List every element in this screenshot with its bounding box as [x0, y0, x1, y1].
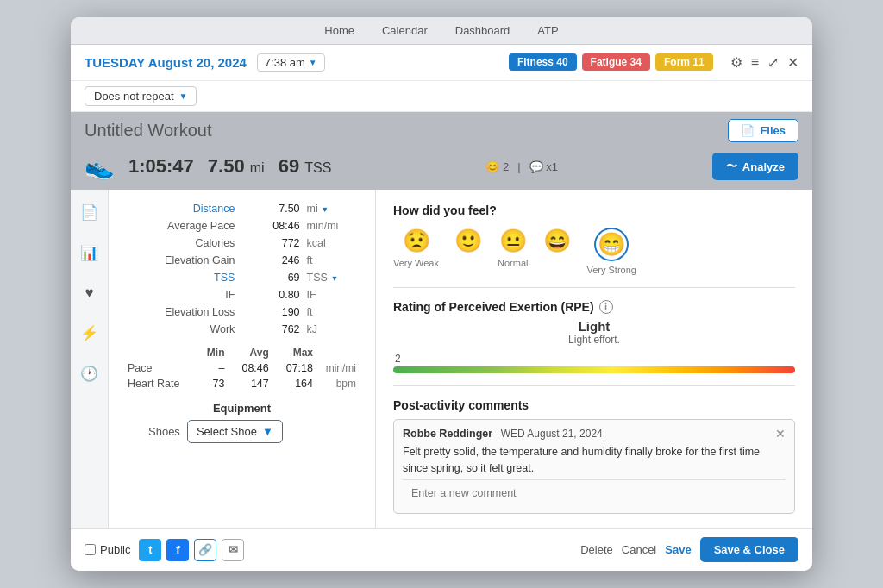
settings-icon[interactable]: ⚙ — [730, 54, 742, 71]
sidebar-clock-icon[interactable]: 🕐 — [77, 361, 102, 386]
sidebar-chart-icon[interactable]: 📊 — [77, 241, 102, 266]
nav-dashboard[interactable]: Dashboard — [455, 24, 510, 37]
stats-bar: 👟 1:05:47 7.50 mi 69 TSS 😊 2 | 💬 x1 〜 An… — [71, 147, 812, 190]
shoe-select-dropdown[interactable]: Select Shoe ▼ — [187, 420, 283, 443]
files-label: Files — [760, 124, 786, 137]
mam-row-label: Heart Rate — [122, 376, 197, 391]
divider-2 — [393, 385, 795, 386]
save-button[interactable]: Save — [665, 543, 691, 556]
workout-title-input[interactable] — [85, 121, 513, 141]
badges-row: Fitness 40 Fatigue 34 Form 11 — [509, 53, 713, 71]
mam-max: 164 — [274, 376, 318, 391]
repeat-label: Does not repeat — [94, 90, 174, 103]
sidebar: 📄 📊 ♥ ⚡ 🕐 — [71, 190, 109, 529]
nav-home[interactable]: Home — [324, 24, 354, 37]
expand-icon[interactable]: ⤢ — [767, 54, 779, 71]
time-value: 7:38 am — [265, 56, 305, 69]
workout-title-bar: 📄 Files — [71, 112, 812, 147]
time-picker[interactable]: 7:38 am ▼ — [257, 53, 325, 72]
sidebar-heart-icon[interactable]: ♥ — [81, 281, 97, 305]
metric-unit: mi ▼ — [304, 200, 361, 217]
time-arrow-icon: ▼ — [309, 58, 317, 67]
comment-author-row: Robbe Reddinger WED August 21, 2024 — [403, 428, 603, 440]
feel-emoji: 😁 — [594, 228, 629, 261]
rpe-level: Light — [393, 319, 795, 334]
stats-left: 👟 1:05:47 7.50 mi 69 TSS — [85, 153, 331, 181]
files-icon: 📄 — [741, 124, 755, 137]
analyze-button[interactable]: 〜 Analyze — [712, 153, 798, 180]
comment-box: Robbe Reddinger WED August 21, 2024 ✕ Fe… — [393, 419, 795, 515]
files-button[interactable]: 📄 Files — [728, 119, 798, 142]
header-row: TUESDAY August 20, 2024 7:38 am ▼ Fitnes… — [71, 45, 812, 81]
feel-item[interactable]: 🙂 — [454, 228, 482, 254]
metric-value: 69 — [238, 269, 303, 286]
metric-label: Distance — [122, 200, 238, 217]
equipment-title: Equipment — [122, 402, 361, 415]
nav-atp[interactable]: ATP — [537, 24, 558, 37]
feel-item[interactable]: 😟 Very Weak — [393, 228, 439, 268]
feel-item[interactable]: 😐 Normal — [498, 228, 528, 268]
metric-value: 762 — [238, 321, 303, 338]
repeat-dropdown[interactable]: Does not repeat ▼ — [85, 86, 197, 106]
repeat-arrow-icon: ▼ — [179, 91, 188, 101]
rpe-scale: 2 — [393, 353, 795, 373]
equipment-section: Equipment Shoes Select Shoe ▼ — [122, 402, 361, 443]
twitter-share-button[interactable]: t — [139, 539, 161, 561]
comment-close-icon[interactable]: ✕ — [775, 427, 786, 441]
fatigue-badge[interactable]: Fatigue 34 — [582, 53, 650, 71]
email-share-button[interactable]: ✉ — [222, 539, 244, 561]
metric-value: 0.80 — [238, 286, 303, 303]
sidebar-lightning-icon[interactable]: ⚡ — [77, 321, 102, 346]
delete-button[interactable]: Delete — [580, 543, 613, 556]
link-share-button[interactable]: 🔗 — [194, 539, 216, 561]
feel-item[interactable]: 😄 — [543, 228, 571, 254]
form-badge[interactable]: Form 11 — [655, 53, 713, 71]
distance-value: 7.50 mi — [208, 155, 265, 178]
rpe-info-icon[interactable]: i — [599, 300, 613, 314]
shoe-select-value: Select Shoe — [197, 425, 257, 438]
col-avg: Avg — [229, 345, 273, 360]
metric-value: 246 — [238, 252, 303, 269]
top-nav: Home Calendar Dashboard ATP — [71, 17, 812, 45]
activity-shoe-icon: 👟 — [85, 153, 115, 181]
sidebar-doc-icon[interactable]: 📄 — [77, 200, 102, 225]
public-label: Public — [100, 543, 130, 556]
analyze-icon: 〜 — [726, 159, 737, 174]
comment-text: Felt pretty solid, the temperature and h… — [403, 444, 786, 477]
footer: Public t f 🔗 ✉ Delete Cancel Save Save &… — [71, 528, 812, 571]
shoe-select-arrow-icon: ▼ — [262, 425, 273, 438]
metric-label: Average Pace — [122, 217, 238, 235]
menu-icon[interactable]: ≡ — [751, 54, 759, 70]
footer-actions: Delete Cancel Save Save & Close — [580, 537, 798, 562]
repeat-row: Does not repeat ▼ — [71, 81, 812, 112]
mam-max: 07:18 — [274, 360, 318, 376]
metric-unit: ft — [304, 252, 361, 269]
metric-unit: TSS ▼ — [304, 269, 361, 286]
public-checkbox[interactable] — [85, 544, 96, 555]
feel-emoji: 😟 — [403, 228, 430, 254]
facebook-share-button[interactable]: f — [166, 539, 189, 561]
rpe-title-text: Rating of Perceived Exertion (RPE) — [393, 300, 594, 314]
rpe-description: Light effort. — [393, 334, 795, 346]
feel-item[interactable]: 😁 Very Strong — [586, 228, 636, 275]
analyze-label: Analyze — [742, 160, 785, 173]
comment-input[interactable] — [403, 479, 786, 506]
feel-emoji: 😐 — [499, 228, 527, 254]
close-icon[interactable]: ✕ — [787, 54, 798, 71]
fitness-badge[interactable]: Fitness 40 — [509, 53, 577, 71]
col-max: Max — [274, 345, 318, 360]
header-icons: ⚙ ≡ ⤢ ✕ — [730, 54, 798, 71]
metric-label: Elevation Gain — [122, 252, 238, 269]
divider-pipe: | — [517, 160, 520, 173]
save-close-button[interactable]: Save & Close — [700, 537, 798, 562]
cancel-button[interactable]: Cancel — [622, 543, 656, 556]
duration-value: 1:05:47 — [128, 155, 194, 178]
social-icons: t f 🔗 ✉ — [139, 539, 244, 561]
feel-label: Normal — [498, 258, 528, 268]
rpe-bar[interactable] — [393, 366, 795, 373]
nav-calendar[interactable]: Calendar — [382, 24, 428, 37]
emoji-count: 😊 2 — [485, 160, 509, 173]
comment-author: Robbe Reddinger — [403, 428, 492, 440]
metric-label: IF — [122, 286, 238, 303]
shoes-row: Shoes Select Shoe ▼ — [122, 420, 361, 443]
